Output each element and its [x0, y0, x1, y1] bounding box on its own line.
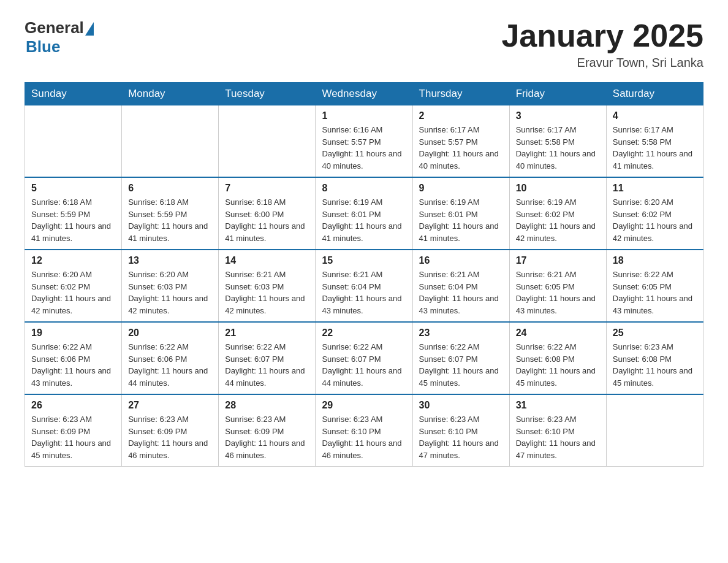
day-info: Sunrise: 6:23 AMSunset: 6:09 PMDaylight:… [225, 413, 309, 461]
calendar-day-16: 16Sunrise: 6:21 AMSunset: 6:04 PMDayligh… [412, 250, 509, 322]
calendar-day-18: 18Sunrise: 6:22 AMSunset: 6:05 PMDayligh… [606, 250, 703, 322]
day-number: 3 [516, 110, 600, 121]
day-number: 5 [31, 183, 115, 194]
calendar-day-5: 5Sunrise: 6:18 AMSunset: 5:59 PMDaylight… [25, 177, 122, 250]
day-number: 30 [419, 400, 503, 411]
day-info: Sunrise: 6:23 AMSunset: 6:09 PMDaylight:… [128, 413, 212, 461]
day-info: Sunrise: 6:22 AMSunset: 6:07 PMDaylight:… [322, 341, 406, 389]
logo-blue-text: Blue [26, 37, 60, 56]
calendar-day-17: 17Sunrise: 6:21 AMSunset: 6:05 PMDayligh… [509, 250, 606, 322]
calendar-day-1: 1Sunrise: 6:16 AMSunset: 5:57 PMDaylight… [316, 105, 412, 178]
calendar-empty-cell [25, 105, 122, 178]
page-header: General Blue January 2025 Eravur Town, S… [25, 18, 703, 70]
calendar-header-friday: Friday [509, 83, 606, 105]
day-number: 13 [128, 255, 212, 266]
calendar-day-24: 24Sunrise: 6:22 AMSunset: 6:08 PMDayligh… [509, 322, 606, 394]
calendar-day-27: 27Sunrise: 6:23 AMSunset: 6:09 PMDayligh… [122, 394, 219, 467]
day-info: Sunrise: 6:18 AMSunset: 5:59 PMDaylight:… [31, 196, 115, 244]
day-info: Sunrise: 6:20 AMSunset: 6:03 PMDaylight:… [128, 269, 212, 316]
calendar-week-row: 12Sunrise: 6:20 AMSunset: 6:02 PMDayligh… [25, 250, 703, 322]
day-number: 20 [128, 327, 212, 339]
day-number: 27 [128, 400, 212, 411]
day-number: 18 [613, 255, 697, 266]
day-info: Sunrise: 6:20 AMSunset: 6:02 PMDaylight:… [31, 269, 115, 316]
day-number: 24 [516, 327, 600, 339]
day-info: Sunrise: 6:17 AMSunset: 5:58 PMDaylight:… [613, 124, 697, 172]
day-info: Sunrise: 6:20 AMSunset: 6:02 PMDaylight:… [613, 196, 697, 244]
day-number: 12 [31, 255, 115, 266]
day-info: Sunrise: 6:22 AMSunset: 6:07 PMDaylight:… [419, 341, 503, 389]
calendar-header-saturday: Saturday [606, 83, 703, 105]
day-number: 4 [613, 110, 697, 121]
calendar-header-row: SundayMondayTuesdayWednesdayThursdayFrid… [25, 83, 703, 105]
day-number: 14 [225, 255, 309, 266]
day-number: 28 [225, 400, 309, 411]
calendar-empty-cell [122, 105, 219, 178]
day-number: 22 [322, 327, 406, 339]
day-info: Sunrise: 6:16 AMSunset: 5:57 PMDaylight:… [322, 124, 406, 172]
day-info: Sunrise: 6:23 AMSunset: 6:08 PMDaylight:… [613, 341, 697, 389]
calendar-day-22: 22Sunrise: 6:22 AMSunset: 6:07 PMDayligh… [316, 322, 412, 394]
day-info: Sunrise: 6:23 AMSunset: 6:10 PMDaylight:… [516, 413, 600, 461]
day-info: Sunrise: 6:18 AMSunset: 5:59 PMDaylight:… [128, 196, 212, 244]
calendar-day-13: 13Sunrise: 6:20 AMSunset: 6:03 PMDayligh… [122, 250, 219, 322]
day-info: Sunrise: 6:19 AMSunset: 6:02 PMDaylight:… [516, 196, 600, 244]
day-info: Sunrise: 6:21 AMSunset: 6:05 PMDaylight:… [516, 269, 600, 316]
title-area: January 2025 Eravur Town, Sri Lanka [501, 18, 703, 70]
calendar-week-row: 26Sunrise: 6:23 AMSunset: 6:09 PMDayligh… [25, 394, 703, 467]
calendar-day-31: 31Sunrise: 6:23 AMSunset: 6:10 PMDayligh… [509, 394, 606, 467]
location: Eravur Town, Sri Lanka [501, 56, 703, 70]
day-info: Sunrise: 6:22 AMSunset: 6:06 PMDaylight:… [31, 341, 115, 389]
logo: General Blue [25, 18, 94, 56]
calendar-week-row: 19Sunrise: 6:22 AMSunset: 6:06 PMDayligh… [25, 322, 703, 394]
day-number: 8 [322, 183, 406, 194]
day-info: Sunrise: 6:18 AMSunset: 6:00 PMDaylight:… [225, 196, 309, 244]
day-number: 19 [31, 327, 115, 339]
day-number: 11 [613, 183, 697, 194]
day-info: Sunrise: 6:23 AMSunset: 6:10 PMDaylight:… [419, 413, 503, 461]
calendar-day-30: 30Sunrise: 6:23 AMSunset: 6:10 PMDayligh… [412, 394, 509, 467]
day-number: 23 [419, 327, 503, 339]
logo-triangle-icon [85, 22, 94, 36]
calendar-day-2: 2Sunrise: 6:17 AMSunset: 5:57 PMDaylight… [412, 105, 509, 178]
calendar-day-21: 21Sunrise: 6:22 AMSunset: 6:07 PMDayligh… [219, 322, 316, 394]
calendar-header-monday: Monday [122, 83, 219, 105]
calendar-day-4: 4Sunrise: 6:17 AMSunset: 5:58 PMDaylight… [606, 105, 703, 178]
day-info: Sunrise: 6:22 AMSunset: 6:07 PMDaylight:… [225, 341, 309, 389]
day-info: Sunrise: 6:22 AMSunset: 6:06 PMDaylight:… [128, 341, 212, 389]
day-info: Sunrise: 6:19 AMSunset: 6:01 PMDaylight:… [419, 196, 503, 244]
calendar-day-29: 29Sunrise: 6:23 AMSunset: 6:10 PMDayligh… [316, 394, 412, 467]
calendar-empty-cell [219, 105, 316, 178]
calendar-day-25: 25Sunrise: 6:23 AMSunset: 6:08 PMDayligh… [606, 322, 703, 394]
day-number: 2 [419, 110, 503, 121]
calendar-header-sunday: Sunday [25, 83, 122, 105]
day-number: 29 [322, 400, 406, 411]
calendar-empty-cell [606, 394, 703, 467]
day-info: Sunrise: 6:23 AMSunset: 6:10 PMDaylight:… [322, 413, 406, 461]
day-info: Sunrise: 6:17 AMSunset: 5:58 PMDaylight:… [516, 124, 600, 172]
calendar-day-19: 19Sunrise: 6:22 AMSunset: 6:06 PMDayligh… [25, 322, 122, 394]
day-number: 26 [31, 400, 115, 411]
day-number: 21 [225, 327, 309, 339]
calendar-day-14: 14Sunrise: 6:21 AMSunset: 6:03 PMDayligh… [219, 250, 316, 322]
calendar-day-15: 15Sunrise: 6:21 AMSunset: 6:04 PMDayligh… [316, 250, 412, 322]
calendar-day-20: 20Sunrise: 6:22 AMSunset: 6:06 PMDayligh… [122, 322, 219, 394]
day-info: Sunrise: 6:23 AMSunset: 6:09 PMDaylight:… [31, 413, 115, 461]
calendar-week-row: 5Sunrise: 6:18 AMSunset: 5:59 PMDaylight… [25, 177, 703, 250]
day-info: Sunrise: 6:22 AMSunset: 6:05 PMDaylight:… [613, 269, 697, 316]
calendar-day-28: 28Sunrise: 6:23 AMSunset: 6:09 PMDayligh… [219, 394, 316, 467]
day-info: Sunrise: 6:21 AMSunset: 6:03 PMDaylight:… [225, 269, 309, 316]
calendar-day-10: 10Sunrise: 6:19 AMSunset: 6:02 PMDayligh… [509, 177, 606, 250]
calendar-day-23: 23Sunrise: 6:22 AMSunset: 6:07 PMDayligh… [412, 322, 509, 394]
day-number: 1 [322, 110, 406, 121]
day-number: 6 [128, 183, 212, 194]
calendar-header-thursday: Thursday [412, 83, 509, 105]
day-info: Sunrise: 6:17 AMSunset: 5:57 PMDaylight:… [419, 124, 503, 172]
calendar-day-8: 8Sunrise: 6:19 AMSunset: 6:01 PMDaylight… [316, 177, 412, 250]
day-info: Sunrise: 6:22 AMSunset: 6:08 PMDaylight:… [516, 341, 600, 389]
calendar-week-row: 1Sunrise: 6:16 AMSunset: 5:57 PMDaylight… [25, 105, 703, 178]
calendar-day-11: 11Sunrise: 6:20 AMSunset: 6:02 PMDayligh… [606, 177, 703, 250]
calendar-day-7: 7Sunrise: 6:18 AMSunset: 6:00 PMDaylight… [219, 177, 316, 250]
calendar-day-26: 26Sunrise: 6:23 AMSunset: 6:09 PMDayligh… [25, 394, 122, 467]
day-number: 9 [419, 183, 503, 194]
